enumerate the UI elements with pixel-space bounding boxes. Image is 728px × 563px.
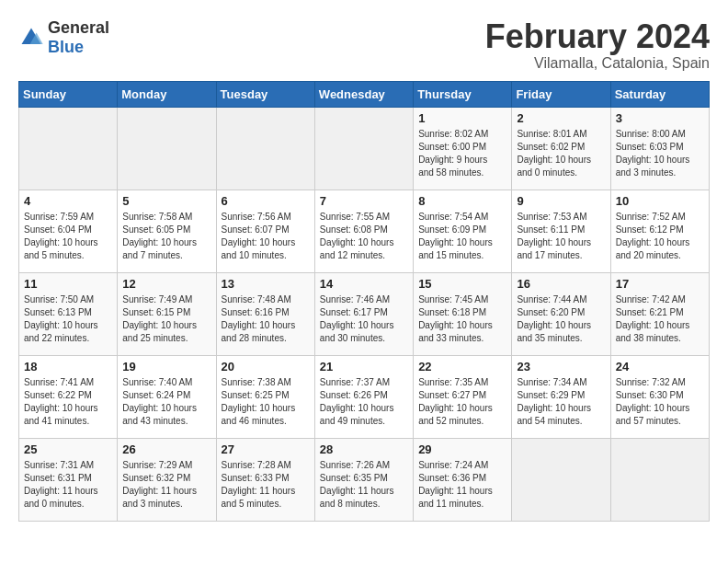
- calendar-cell: [216, 107, 314, 190]
- location: Vilamalla, Catalonia, Spain: [485, 55, 710, 72]
- calendar-cell: 1Sunrise: 8:02 AM Sunset: 6:00 PM Daylig…: [414, 107, 512, 190]
- day-number: 10: [616, 194, 704, 208]
- day-info: Sunrise: 7:40 AM Sunset: 6:24 PM Dayligh…: [122, 376, 210, 428]
- day-info: Sunrise: 7:38 AM Sunset: 6:25 PM Dayligh…: [222, 376, 310, 428]
- day-number: 25: [24, 442, 112, 456]
- day-header-sunday: Sunday: [19, 81, 118, 107]
- day-number: 29: [418, 442, 506, 456]
- calendar-cell: [610, 438, 709, 521]
- day-header-wednesday: Wednesday: [314, 81, 413, 107]
- day-info: Sunrise: 7:41 AM Sunset: 6:22 PM Dayligh…: [24, 376, 112, 428]
- day-info: Sunrise: 7:48 AM Sunset: 6:16 PM Dayligh…: [222, 293, 310, 345]
- logo-blue: Blue: [48, 38, 84, 56]
- calendar-cell: 9Sunrise: 7:53 AM Sunset: 6:11 PM Daylig…: [512, 190, 610, 272]
- day-info: Sunrise: 7:49 AM Sunset: 6:15 PM Dayligh…: [122, 293, 210, 345]
- month-title: February 2024: [485, 18, 710, 55]
- calendar-cell: 13Sunrise: 7:48 AM Sunset: 6:16 PM Dayli…: [216, 272, 314, 355]
- day-number: 2: [517, 111, 605, 125]
- day-number: 16: [517, 277, 605, 291]
- week-row-2: 4Sunrise: 7:59 AM Sunset: 6:04 PM Daylig…: [19, 190, 710, 272]
- title-area: February 2024 Vilamalla, Catalonia, Spai…: [485, 18, 710, 72]
- calendar-cell: 6Sunrise: 7:56 AM Sunset: 6:07 PM Daylig…: [216, 190, 314, 272]
- calendar-cell: 2Sunrise: 8:01 AM Sunset: 6:02 PM Daylig…: [512, 107, 610, 190]
- day-info: Sunrise: 7:58 AM Sunset: 6:05 PM Dayligh…: [122, 211, 210, 262]
- day-number: 9: [517, 194, 605, 208]
- calendar-cell: 5Sunrise: 7:58 AM Sunset: 6:05 PM Daylig…: [118, 190, 216, 272]
- calendar-cell: 4Sunrise: 7:59 AM Sunset: 6:04 PM Daylig…: [19, 190, 118, 272]
- calendar-cell: 12Sunrise: 7:49 AM Sunset: 6:15 PM Dayli…: [118, 272, 216, 355]
- day-info: Sunrise: 8:00 AM Sunset: 6:03 PM Dayligh…: [616, 128, 704, 179]
- calendar-cell: 18Sunrise: 7:41 AM Sunset: 6:22 PM Dayli…: [19, 355, 118, 438]
- day-number: 7: [320, 194, 408, 208]
- calendar-cell: 15Sunrise: 7:45 AM Sunset: 6:18 PM Dayli…: [414, 272, 512, 355]
- day-info: Sunrise: 7:54 AM Sunset: 6:09 PM Dayligh…: [418, 211, 506, 262]
- day-number: 20: [222, 360, 310, 373]
- calendar-cell: 25Sunrise: 7:31 AM Sunset: 6:31 PM Dayli…: [19, 438, 118, 521]
- day-info: Sunrise: 7:28 AM Sunset: 6:33 PM Dayligh…: [222, 459, 310, 511]
- day-info: Sunrise: 7:37 AM Sunset: 6:26 PM Dayligh…: [320, 376, 408, 428]
- day-number: 24: [616, 360, 704, 373]
- day-header-thursday: Thursday: [414, 81, 512, 107]
- day-number: 11: [24, 277, 112, 291]
- day-number: 17: [616, 277, 704, 291]
- day-info: Sunrise: 7:42 AM Sunset: 6:21 PM Dayligh…: [616, 293, 704, 345]
- day-number: 26: [122, 442, 210, 456]
- day-number: 14: [320, 277, 408, 291]
- day-info: Sunrise: 7:55 AM Sunset: 6:08 PM Dayligh…: [320, 211, 408, 262]
- day-info: Sunrise: 7:32 AM Sunset: 6:30 PM Dayligh…: [616, 376, 704, 428]
- calendar-cell: 16Sunrise: 7:44 AM Sunset: 6:20 PM Dayli…: [512, 272, 610, 355]
- calendar-cell: 17Sunrise: 7:42 AM Sunset: 6:21 PM Dayli…: [610, 272, 709, 355]
- calendar-cell: [19, 107, 118, 190]
- day-info: Sunrise: 8:01 AM Sunset: 6:02 PM Dayligh…: [517, 128, 605, 179]
- day-info: Sunrise: 7:31 AM Sunset: 6:31 PM Dayligh…: [24, 459, 112, 511]
- day-number: 15: [418, 277, 506, 291]
- day-number: 22: [418, 360, 506, 373]
- day-header-saturday: Saturday: [610, 81, 709, 107]
- calendar-cell: [118, 107, 216, 190]
- day-info: Sunrise: 7:50 AM Sunset: 6:13 PM Dayligh…: [24, 293, 112, 345]
- calendar-body: 1Sunrise: 8:02 AM Sunset: 6:00 PM Daylig…: [19, 107, 710, 521]
- day-info: Sunrise: 7:53 AM Sunset: 6:11 PM Dayligh…: [517, 211, 605, 262]
- page-header: General Blue February 2024 Vilamalla, Ca…: [18, 18, 710, 72]
- day-number: 8: [418, 194, 506, 208]
- logo-icon: [18, 25, 44, 51]
- calendar-cell: 11Sunrise: 7:50 AM Sunset: 6:13 PM Dayli…: [19, 272, 118, 355]
- day-info: Sunrise: 7:26 AM Sunset: 6:35 PM Dayligh…: [320, 459, 408, 511]
- calendar-cell: 10Sunrise: 7:52 AM Sunset: 6:12 PM Dayli…: [610, 190, 709, 272]
- week-row-4: 18Sunrise: 7:41 AM Sunset: 6:22 PM Dayli…: [19, 355, 710, 438]
- calendar-cell: 22Sunrise: 7:35 AM Sunset: 6:27 PM Dayli…: [414, 355, 512, 438]
- calendar-cell: 7Sunrise: 7:55 AM Sunset: 6:08 PM Daylig…: [314, 190, 413, 272]
- day-number: 6: [222, 194, 310, 208]
- calendar-header-row: SundayMondayTuesdayWednesdayThursdayFrid…: [19, 81, 710, 107]
- day-number: 21: [320, 360, 408, 373]
- day-info: Sunrise: 7:45 AM Sunset: 6:18 PM Dayligh…: [418, 293, 506, 345]
- calendar-cell: [512, 438, 610, 521]
- day-info: Sunrise: 7:52 AM Sunset: 6:12 PM Dayligh…: [616, 211, 704, 262]
- calendar-cell: 19Sunrise: 7:40 AM Sunset: 6:24 PM Dayli…: [118, 355, 216, 438]
- week-row-5: 25Sunrise: 7:31 AM Sunset: 6:31 PM Dayli…: [19, 438, 710, 521]
- calendar-cell: 3Sunrise: 8:00 AM Sunset: 6:03 PM Daylig…: [610, 107, 709, 190]
- day-info: Sunrise: 7:44 AM Sunset: 6:20 PM Dayligh…: [517, 293, 605, 345]
- day-number: 3: [616, 111, 704, 125]
- day-header-monday: Monday: [118, 81, 216, 107]
- day-number: 28: [320, 442, 408, 456]
- day-info: Sunrise: 7:34 AM Sunset: 6:29 PM Dayligh…: [517, 376, 605, 428]
- calendar-cell: 29Sunrise: 7:24 AM Sunset: 6:36 PM Dayli…: [414, 438, 512, 521]
- calendar-cell: 14Sunrise: 7:46 AM Sunset: 6:17 PM Dayli…: [314, 272, 413, 355]
- calendar-cell: [314, 107, 413, 190]
- day-info: Sunrise: 7:24 AM Sunset: 6:36 PM Dayligh…: [418, 459, 506, 511]
- calendar-cell: 21Sunrise: 7:37 AM Sunset: 6:26 PM Dayli…: [314, 355, 413, 438]
- logo-general: General: [48, 18, 109, 37]
- day-header-tuesday: Tuesday: [216, 81, 314, 107]
- calendar-cell: 8Sunrise: 7:54 AM Sunset: 6:09 PM Daylig…: [414, 190, 512, 272]
- calendar-cell: 28Sunrise: 7:26 AM Sunset: 6:35 PM Dayli…: [314, 438, 413, 521]
- calendar-cell: 20Sunrise: 7:38 AM Sunset: 6:25 PM Dayli…: [216, 355, 314, 438]
- calendar-cell: 24Sunrise: 7:32 AM Sunset: 6:30 PM Dayli…: [610, 355, 709, 438]
- calendar-table: SundayMondayTuesdayWednesdayThursdayFrid…: [18, 81, 710, 522]
- calendar-cell: 27Sunrise: 7:28 AM Sunset: 6:33 PM Dayli…: [216, 438, 314, 521]
- day-info: Sunrise: 7:59 AM Sunset: 6:04 PM Dayligh…: [24, 211, 112, 262]
- day-number: 5: [122, 194, 210, 208]
- day-number: 13: [222, 277, 310, 291]
- logo: General Blue: [18, 18, 109, 57]
- calendar-cell: 23Sunrise: 7:34 AM Sunset: 6:29 PM Dayli…: [512, 355, 610, 438]
